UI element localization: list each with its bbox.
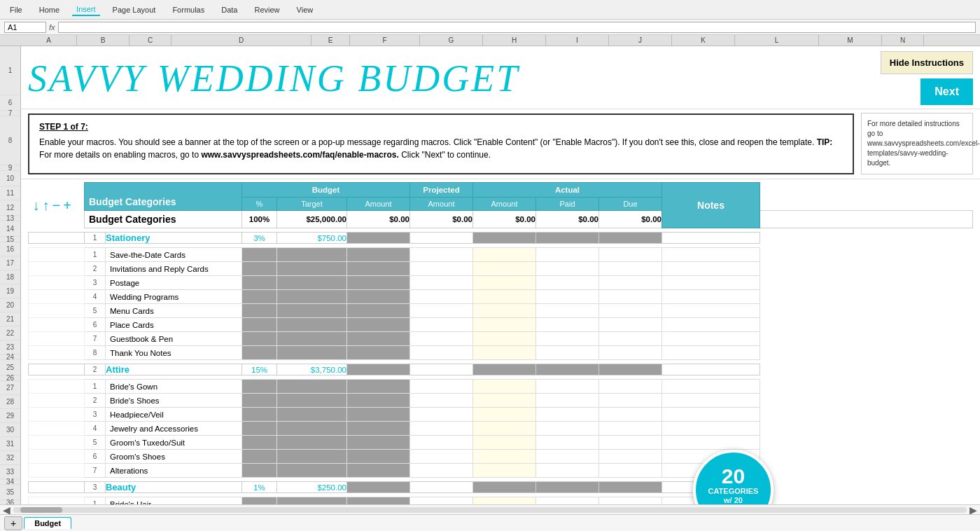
row-num-21: 21 xyxy=(0,312,20,326)
tab-bar: + Budget xyxy=(0,514,980,531)
col-header-A[interactable]: A xyxy=(21,35,77,46)
col-header-K[interactable]: K xyxy=(672,35,735,46)
th-paid: Paid xyxy=(536,198,599,211)
col-notes-header: Notes xyxy=(662,183,760,228)
badge-line1: CATEGORIES xyxy=(708,487,759,496)
col-header-M[interactable]: M xyxy=(819,35,882,46)
col-budget-header: Budget xyxy=(242,183,410,198)
list-item: 4 Wedding Programs xyxy=(29,290,973,304)
minus-btn[interactable]: − xyxy=(52,198,61,214)
row-num-29: 29 xyxy=(0,409,20,423)
list-item: 5 Menu Cards xyxy=(29,304,973,318)
list-item: 1 Save-the-Date Cards xyxy=(29,248,973,262)
col-header-N[interactable]: N xyxy=(882,35,924,46)
list-item: 7 Guestbook & Pen xyxy=(29,332,973,346)
row-num-6: 6 xyxy=(0,95,20,111)
cat-1-actual xyxy=(473,233,536,244)
cat-3-paid xyxy=(536,482,599,493)
col-header-C[interactable]: C xyxy=(130,35,172,46)
col-header-D[interactable]: D xyxy=(172,35,312,46)
ribbon-tab-formulas[interactable]: Formulas xyxy=(168,4,209,15)
row-num-30: 30 xyxy=(0,423,20,437)
cat-1-budget-amount xyxy=(347,233,410,244)
arrow-down[interactable]: ↓ xyxy=(33,198,40,214)
row-num-17: 17 xyxy=(0,256,20,270)
col-header-I[interactable]: I xyxy=(546,35,609,46)
plus-btn[interactable]: + xyxy=(63,198,71,214)
summary-target: $25,000.00 xyxy=(277,211,347,228)
formula-input[interactable] xyxy=(58,22,976,33)
list-item: 3 Headpiece/Veil xyxy=(29,408,973,422)
ribbon-tab-home[interactable]: Home xyxy=(35,4,64,15)
cat-1-projected xyxy=(410,233,473,244)
ribbon-tab-data[interactable]: Data xyxy=(217,4,241,15)
badge-number: 20 xyxy=(722,466,745,487)
spreadsheet-app: File Home Insert Page Layout Formulas Da… xyxy=(0,0,980,531)
ribbon-tab-insert[interactable]: Insert xyxy=(72,4,100,16)
th-actual-amount: Amount xyxy=(473,198,536,211)
column-headers: A B C D E F G H I J K L M N xyxy=(0,35,980,46)
add-sheet-button[interactable]: + xyxy=(4,516,22,530)
list-item: 8 Thank You Notes xyxy=(29,346,973,360)
summary-paid: $0.00 xyxy=(536,211,599,228)
category-row-2: 2 Attire 15% $3,750.00 xyxy=(29,364,973,375)
cat-2-target: $3,750.00 xyxy=(277,364,347,375)
row-numbers: 1 6 7 8 9 10 11 12 13 14 15 16 17 18 19 … xyxy=(0,46,21,504)
cat-3-projected xyxy=(410,482,473,493)
list-item: 6 Groom's Shoes xyxy=(29,450,973,464)
horizontal-scrollbar[interactable]: ◀ ▶ xyxy=(0,504,980,514)
row-num-26: 26 xyxy=(0,375,20,381)
col-header-B[interactable]: B xyxy=(77,35,130,46)
list-item: 2 Invitations and Reply Cards xyxy=(29,262,973,276)
th-due: Due xyxy=(599,198,662,211)
row-num-10: 10 xyxy=(0,171,20,186)
row-num-20: 20 xyxy=(0,298,20,312)
arrow-up[interactable]: ↑ xyxy=(43,198,50,214)
list-item: 1 Bride's Hair xyxy=(29,497,973,505)
ribbon-tab-review[interactable]: Review xyxy=(250,4,284,15)
budget-tab[interactable]: Budget xyxy=(24,517,71,529)
cat-3-name: Beauty xyxy=(106,482,242,493)
col-projected-header: Projected xyxy=(410,183,473,198)
row-num-18: 18 xyxy=(0,270,20,284)
summary-notes xyxy=(760,211,973,228)
hide-instructions-button[interactable]: Hide Instructions xyxy=(881,51,973,74)
cat-2-actual xyxy=(473,364,536,375)
row-num-15: 15 xyxy=(0,237,20,242)
ribbon-tab-pagelayout[interactable]: Page Layout xyxy=(108,4,160,15)
row-num-1-5: 1 xyxy=(0,46,20,95)
col-header-J[interactable]: J xyxy=(609,35,672,46)
row-num-12: 12 xyxy=(0,200,20,216)
row-num-33: 33 xyxy=(0,465,20,479)
row-num-22: 22 xyxy=(0,326,20,340)
list-item: 3 Postage xyxy=(29,276,973,290)
row-num-28: 28 xyxy=(0,395,20,409)
cat-1-paid xyxy=(536,233,599,244)
cat-1-target: $750.00 xyxy=(277,233,347,244)
ribbon: File Home Insert Page Layout Formulas Da… xyxy=(0,0,980,20)
col-header-F[interactable]: F xyxy=(350,35,420,46)
row-num-16: 16 xyxy=(0,242,20,256)
th-projected-amount: Amount xyxy=(410,198,473,211)
cat-2-num: 2 xyxy=(85,364,106,375)
ribbon-tab-file[interactable]: File xyxy=(6,4,27,15)
col-header-E[interactable]: E xyxy=(312,35,350,46)
list-item: 4 Jewelry and Accessories xyxy=(29,422,973,436)
next-button[interactable]: Next xyxy=(920,78,973,105)
cat-2-budget-amount xyxy=(347,364,410,375)
th-budget-amount: Amount xyxy=(347,198,410,211)
cat-1-num: 1 xyxy=(85,233,106,244)
badge-line2: w/ 20 xyxy=(724,496,743,504)
col-header-H[interactable]: H xyxy=(483,35,546,46)
scroll-thumb[interactable] xyxy=(20,507,62,513)
cat-3-actual xyxy=(473,482,536,493)
col-header-L[interactable]: L xyxy=(735,35,819,46)
fx-label: fx xyxy=(49,23,55,32)
col-budget-categories: Budget Categories xyxy=(85,183,242,211)
cell-reference-box[interactable] xyxy=(4,22,46,33)
cat-2-due xyxy=(599,364,662,375)
instructions-body: Enable your macros. You should see a ban… xyxy=(39,136,843,161)
ribbon-tab-view[interactable]: View xyxy=(293,4,318,15)
col-header-G[interactable]: G xyxy=(420,35,483,46)
summary-budget-amount: $0.00 xyxy=(347,211,410,228)
